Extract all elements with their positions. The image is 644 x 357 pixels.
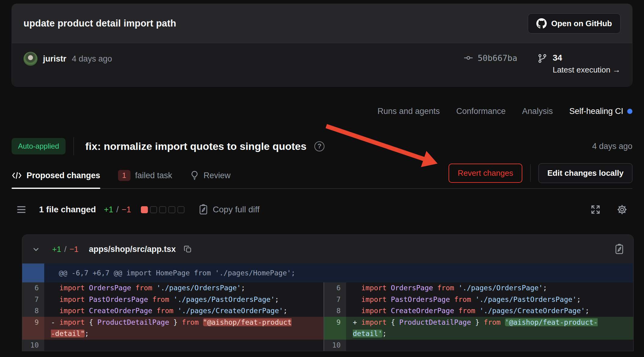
line-number: 6 [22,282,44,294]
file-path: apps/shop/src/app.tsx [89,245,176,254]
files-changed-label: 1 file changed [39,205,96,214]
diff-block [150,206,157,213]
code-line [346,340,602,351]
hunk-header: @@ -6,7 +6,7 @@ import HomePage from './… [22,263,633,282]
diff-block [168,206,175,213]
diff-blocks [141,206,184,213]
tab-failed-task[interactable]: 1 failed task [118,163,172,188]
code-line: - import { ProductDetailPage } from "@ai… [44,317,295,340]
tab-review[interactable]: Review [190,163,231,188]
revert-changes-button[interactable]: Revert changes [449,164,522,183]
line-number: 9 [22,317,44,340]
avatar [23,52,38,66]
commit-icon [463,53,473,63]
run-group: 34 Latest execution → [537,53,621,75]
file-diff-stats: +1 / −1 [52,245,79,254]
code-line: import CreateOrderPage from './pages/Cre… [346,305,602,317]
open-on-github-button[interactable]: Open on GitHub [528,13,621,34]
line-number: 6 [324,282,346,294]
diff-row: 8 import CreateOrderPage from './pages/C… [324,305,633,317]
additions-count: +1 [104,205,113,214]
diff-stats: +1 / −1 [104,205,131,214]
line-number: 8 [324,305,346,317]
code-line [44,340,295,351]
diff-row: 7 import PastOrdersPage from './pages/Pa… [22,294,324,306]
copy-full-diff-button[interactable]: Copy full diff [199,204,260,215]
diff-row: 8 import CreateOrderPage from './pages/C… [22,305,324,317]
expand-icon[interactable] [590,204,601,215]
action-buttons: Revert changes Edit changes locally [449,163,632,183]
divider [73,137,74,155]
diff-card: +1 / −1 apps/shop/src/app.tsx @@ -6,7 +6… [22,235,634,351]
tab-proposed-label: Proposed changes [27,171,100,180]
copy-path-icon[interactable] [183,245,192,254]
diff-file-header: +1 / −1 apps/shop/src/app.tsx [22,235,633,263]
line-number: 9 [324,317,346,340]
edit-changes-locally-button[interactable]: Edit changes locally [538,163,632,183]
toolbar-right [590,204,628,215]
code-line: import CreateOrderPage from './pages/Cre… [44,305,295,317]
help-icon[interactable]: ? [314,141,324,151]
diff-block [159,206,166,213]
hunk-text: @@ -6,7 +6,7 @@ import HomePage from './… [44,269,295,277]
commit-card-body: juristr 4 days ago 50b667ba 34 Latest ex… [12,43,632,86]
diff-body: 6 import OrdersPage from './pages/Orders… [22,282,633,351]
lightbulb-icon [190,171,199,180]
run-info: 34 Latest execution → [553,53,621,75]
nav-tab-analysis[interactable]: Analysis [522,107,553,116]
divider [530,164,531,182]
notification-dot [627,109,632,114]
diff-row: 7 import PastOrdersPage from './pages/Pa… [324,294,633,306]
fix-time: 4 days ago [592,142,632,151]
diff-row: 9- import { ProductDetailPage } from "@a… [22,317,324,340]
hunk-gutter-block [22,263,44,282]
diff-row: 9+ import { ProductDetailPage } from '@a… [324,317,633,340]
commit-author: juristr 4 days ago [23,51,112,66]
diff-toolbar: 1 file changed +1 / −1 Copy full diff [12,200,632,219]
tab-review-label: Review [204,171,231,180]
commit-card-header: update product detail import path Open o… [12,4,632,43]
commit-meta: 50b667ba 34 Latest execution → [463,51,621,75]
fix-title: fix: normalize import quotes to single q… [85,140,306,152]
stat-separator: / [116,205,119,214]
github-icon [536,18,547,29]
stat-separator: / [64,245,66,254]
diff-pane-new: 6 import OrdersPage from './pages/Orders… [324,282,633,351]
nav-tab-conformance[interactable]: Conformance [456,107,506,116]
latest-execution-link[interactable]: Latest execution → [553,65,621,75]
commit-card: update product detail import path Open o… [12,4,632,87]
chevron-down-icon[interactable] [31,245,41,254]
tab-failed-label: failed task [135,171,172,180]
diff-pane-old: 6 import OrdersPage from './pages/Orders… [22,282,324,351]
tab-proposed-changes[interactable]: Proposed changes [12,163,100,188]
tabs-row: Proposed changes 1 failed task Review Re… [12,163,632,189]
code-line: import OrdersPage from './pages/OrdersPa… [44,282,295,294]
nav-tab-self-healing-ci[interactable]: Self-healing CI [569,107,632,116]
nav-tabs: Runs and agentsConformanceAnalysisSelf-h… [12,105,632,117]
page-title: update product detail import path [23,18,176,29]
line-number: 10 [324,340,346,351]
diff-row: 10 [22,340,324,351]
code-line: import PastOrdersPage from './pages/Past… [44,294,295,306]
failed-count-badge: 1 [118,170,131,181]
code-line: + import { ProductDetailPage } from '@ai… [346,317,602,340]
run-number: 34 [553,53,621,63]
clipboard-icon [199,204,208,215]
open-on-github-label: Open on GitHub [551,19,612,28]
commit-hash: 50b667ba [478,53,517,63]
copy-file-diff-icon[interactable] [614,244,624,255]
commit-hash-group[interactable]: 50b667ba [463,53,517,63]
auto-applied-badge: Auto-applied [12,138,66,154]
diff-row: 10 [324,340,633,351]
hamburger-menu-icon[interactable] [16,205,26,214]
diff-block [177,206,184,213]
fix-row: Auto-applied fix: normalize import quote… [12,136,632,157]
nav-tab-runs-and-agents[interactable]: Runs and agents [377,107,440,116]
diff-row: 6 import OrdersPage from './pages/Orders… [324,282,633,294]
author-name: juristr [43,54,66,64]
code-line: import PastOrdersPage from './pages/Past… [346,294,602,306]
gear-icon[interactable] [617,204,628,215]
line-number: 8 [22,305,44,317]
deletions-count: −1 [122,205,131,214]
line-number: 7 [324,294,346,306]
